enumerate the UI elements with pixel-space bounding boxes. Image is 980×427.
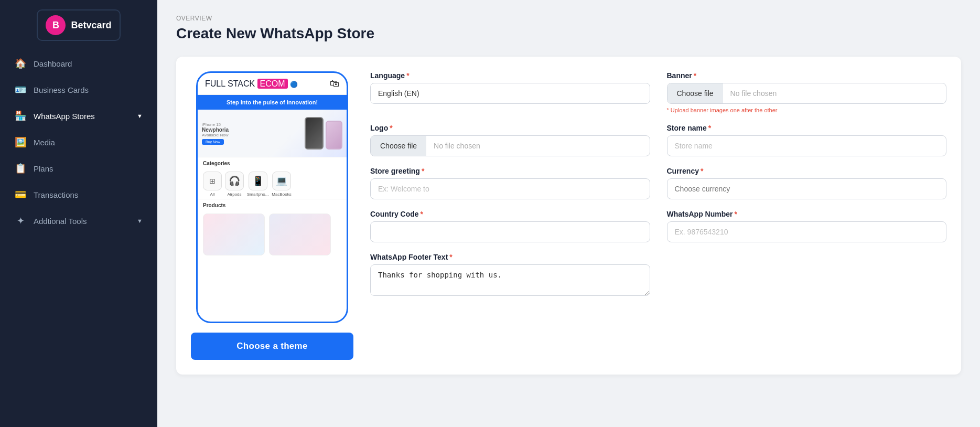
- sidebar-nav: 🏠 Dashboard 🪪 Business Cards 🏪 WhatsApp …: [0, 50, 157, 234]
- phone-cat-smartphones: 📱 Smartpho...: [247, 172, 268, 197]
- phone-cat-macbooks: 💻 MacBooks: [272, 172, 291, 197]
- footer-text-required: *: [449, 253, 452, 261]
- store-greeting-input[interactable]: [370, 178, 650, 199]
- store-name-input[interactable]: [667, 135, 947, 156]
- logo-group: Logo * Choose file No file chosen: [370, 124, 650, 156]
- sidebar-item-label: Business Cards: [34, 86, 89, 94]
- logo-choose-file-button[interactable]: Choose file: [371, 136, 426, 156]
- whatsapp-number-group: WhatsApp Number *: [667, 210, 947, 242]
- footer-text-label: WhatsApp Footer Text *: [370, 253, 650, 261]
- store-greeting-group: Store greeting *: [370, 167, 650, 199]
- language-required: *: [406, 71, 409, 80]
- plans-icon: 📋: [15, 163, 26, 174]
- sidebar-item-label: Dashboard: [34, 59, 72, 68]
- phone-product-card-1: [203, 214, 265, 255]
- phone-buy-btn: Buy Now: [202, 139, 224, 145]
- sidebar-item-plans[interactable]: 📋 Plans: [0, 155, 157, 182]
- phone-image-pink: [326, 121, 342, 150]
- phone-cats-row: ⊞ All 🎧 Airpods 📱 Smartpho... 💻: [198, 169, 347, 199]
- phone-cat-label-smartphones: Smartpho...: [247, 192, 268, 197]
- sidebar-item-whatsapp-stores[interactable]: 🏪 WhatsApp Stores ▼: [0, 103, 157, 129]
- country-code-required: *: [421, 210, 423, 218]
- media-icon: 🖼️: [15, 136, 26, 148]
- logo-required: *: [390, 124, 392, 132]
- banner-file-input-wrapper: Choose file No file chosen: [667, 83, 947, 104]
- sidebar-item-additional-tools[interactable]: ✦ Addtional Tools ▼: [0, 208, 157, 234]
- transactions-icon: 💳: [15, 189, 26, 200]
- form-area: Language * Banner * Choose file No file …: [370, 71, 946, 360]
- phone-cart-icon: 🛍: [330, 78, 339, 89]
- sidebar-item-label: Media: [34, 138, 55, 147]
- phone-product-phones: [305, 117, 342, 150]
- phone-product-name: Newphoria: [202, 127, 298, 133]
- phone-cat-airpods: 🎧 Airpods: [225, 172, 244, 197]
- dashboard-icon: 🏠: [15, 58, 26, 69]
- business-cards-icon: 🪪: [15, 84, 26, 95]
- phone-logo: FULL STACK ECOM 🔵: [205, 79, 298, 89]
- phone-products-label: Products: [198, 199, 347, 211]
- whatsapp-number-required: *: [735, 210, 737, 218]
- sidebar-item-media[interactable]: 🖼️ Media: [0, 129, 157, 155]
- currency-input[interactable]: [667, 178, 947, 199]
- banner-hint-text: * Upload banner images one after the oth…: [667, 107, 947, 113]
- banner-required: *: [694, 71, 696, 80]
- sidebar-item-label: Transactions: [34, 190, 78, 199]
- whatsapp-stores-icon: 🏪: [15, 110, 26, 122]
- choose-theme-button[interactable]: Choose a theme: [191, 333, 353, 360]
- logo-area: B Betvcard: [0, 0, 157, 50]
- phone-header: FULL STACK ECOM 🔵 🛍: [198, 73, 347, 95]
- sidebar-item-label: Addtional Tools: [34, 217, 87, 226]
- sidebar-item-dashboard[interactable]: 🏠 Dashboard: [0, 50, 157, 77]
- phone-image-dark: [305, 117, 324, 150]
- sidebar-item-label: Plans: [34, 164, 53, 173]
- logo-file-input-wrapper: Choose file No file chosen: [370, 135, 650, 156]
- whatsapp-number-label: WhatsApp Number *: [667, 210, 947, 218]
- phone-product-text: iPhone 15 Newphoria Available Now Buy No…: [202, 122, 298, 145]
- language-group: Language *: [370, 71, 650, 113]
- store-name-required: *: [708, 124, 711, 132]
- phone-preview-section: FULL STACK ECOM 🔵 🛍 Step into the pulse …: [191, 71, 353, 360]
- logo-icon: B: [46, 15, 66, 35]
- phone-logo-circle: 🔵: [290, 81, 298, 88]
- sidebar-item-label: WhatsApp Stores: [34, 112, 95, 121]
- banner-group: Banner * Choose file No file chosen * Up…: [667, 71, 947, 113]
- logo-box: B Betvcard: [37, 9, 121, 41]
- phone-cat-icon-airpods: 🎧: [225, 172, 244, 190]
- main-content: OVERVIEW Create New WhatsApp Store FULL …: [157, 0, 980, 427]
- country-code-group: Country Code *: [370, 210, 650, 242]
- phone-logo-full: FULL STACK: [205, 79, 255, 88]
- sidebar-item-transactions[interactable]: 💳 Transactions: [0, 182, 157, 208]
- currency-required: *: [701, 167, 703, 175]
- banner-choose-file-button[interactable]: Choose file: [667, 83, 723, 103]
- phone-cat-all: ⊞ All: [203, 172, 222, 197]
- phone-product-area: iPhone 15 Newphoria Available Now Buy No…: [198, 110, 347, 157]
- tools-icon: ✦: [15, 215, 26, 227]
- phone-cat-icon-macbooks: 💻: [272, 172, 291, 190]
- phone-banner: Step into the pulse of innovation!: [198, 95, 347, 110]
- language-input[interactable]: [370, 83, 650, 104]
- sidebar: B Betvcard 🏠 Dashboard 🪪 Business Cards …: [0, 0, 157, 427]
- phone-cat-icon-all: ⊞: [203, 172, 222, 190]
- currency-label: Currency *: [667, 167, 947, 175]
- chevron-down-icon: ▼: [137, 113, 143, 119]
- whatsapp-number-input[interactable]: [667, 221, 947, 242]
- sidebar-item-business-cards[interactable]: 🪪 Business Cards: [0, 77, 157, 103]
- page-title: Create New WhatsApp Store: [176, 25, 961, 42]
- country-code-input[interactable]: [370, 221, 650, 242]
- banner-label: Banner *: [667, 71, 947, 80]
- store-name-label: Store name *: [667, 124, 947, 132]
- phone-product-card-2: [269, 214, 331, 255]
- currency-group: Currency *: [667, 167, 947, 199]
- banner-file-name: No file chosen: [723, 83, 946, 103]
- phone-products-row: [198, 211, 347, 258]
- phone-cat-label-all: All: [210, 192, 215, 197]
- phone-logo-ecom: ECOM: [257, 79, 288, 89]
- footer-text-group: WhatsApp Footer Text * Thanks for shoppi…: [370, 253, 650, 296]
- footer-text-input[interactable]: Thanks for shopping with us.: [370, 264, 650, 296]
- logo-label: Logo *: [370, 124, 650, 132]
- phone-product-brand: iPhone 15: [202, 122, 298, 127]
- store-greeting-label: Store greeting *: [370, 167, 650, 175]
- store-name-group: Store name *: [667, 124, 947, 156]
- logo-file-name: No file chosen: [426, 136, 649, 156]
- store-greeting-required: *: [422, 167, 424, 175]
